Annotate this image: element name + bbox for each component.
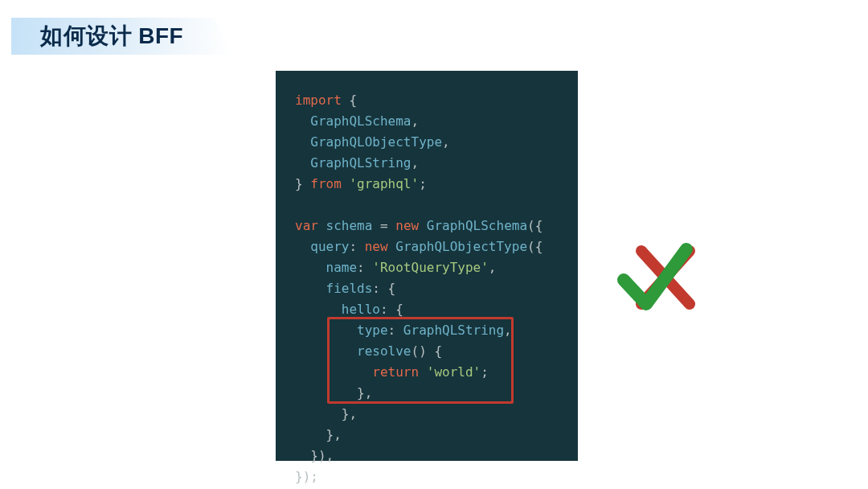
code-token (388, 239, 396, 254)
code-token: var (295, 218, 318, 233)
code-token: , (411, 155, 420, 171)
code-token: GraphQLSchema (427, 218, 527, 233)
code-token (295, 281, 326, 296)
code-token (295, 343, 357, 359)
code-token (419, 218, 427, 233)
code-token: import (295, 92, 342, 108)
code-token: ({ (527, 239, 542, 254)
code-token: }), (295, 448, 334, 463)
code-token (295, 323, 357, 338)
code-token: name (326, 260, 358, 275)
code-token: GraphQLString (403, 323, 504, 338)
code-token: : (349, 239, 364, 254)
code-token: () { (411, 343, 443, 359)
code-token (342, 176, 350, 191)
code-token: }, (295, 385, 372, 401)
code-token (295, 239, 310, 254)
code-token: : { (372, 281, 395, 296)
check-cross-icon (619, 241, 699, 314)
code-token: 'world' (427, 364, 481, 380)
code-token: new (395, 218, 419, 233)
code-token: schema (326, 218, 373, 233)
code-token: fields (326, 281, 373, 296)
code-token: new (365, 239, 388, 254)
code-block: import { GraphQLSchema, GraphQLObjectTyp… (276, 71, 578, 461)
code-token: { (342, 92, 357, 108)
code-token (295, 302, 342, 317)
code-token (318, 218, 326, 233)
code-token: query (310, 239, 349, 254)
code-token (295, 364, 372, 380)
code-token: : { (380, 302, 403, 317)
code-token: ; (419, 176, 427, 191)
slide-title: 如何设计 BFF (11, 18, 231, 55)
code-token: 'graphql' (349, 176, 419, 191)
code-token: } (295, 176, 310, 191)
code-token: GraphQLObjectType (395, 239, 527, 254)
code-token (295, 260, 326, 275)
code-token: }); (295, 469, 318, 484)
code-token: , (504, 323, 512, 338)
code-token: GraphQLString (295, 155, 411, 171)
code-token: , (489, 260, 497, 275)
code-token: 'RootQueryType' (372, 260, 489, 275)
code-token: : (388, 323, 403, 338)
slide: 如何设计 BFF import { GraphQLSchema, GraphQL… (0, 0, 868, 489)
code-token: }, (295, 406, 357, 421)
code-token: = (372, 218, 395, 233)
code-token: , (442, 134, 450, 150)
code-token: return (372, 364, 419, 380)
code-token: from (310, 176, 342, 191)
code-token: }, (295, 427, 342, 442)
code-token: GraphQLSchema (295, 113, 411, 129)
code-token: resolve (357, 343, 411, 359)
code-token: GraphQLObjectType (295, 134, 442, 150)
code-token: : (357, 260, 372, 275)
code-token: ; (481, 364, 489, 380)
code-token: type (357, 323, 388, 338)
code-token: , (411, 113, 420, 129)
code-token (419, 364, 427, 380)
code-token: ({ (527, 218, 542, 233)
code-token: hello (342, 302, 380, 317)
